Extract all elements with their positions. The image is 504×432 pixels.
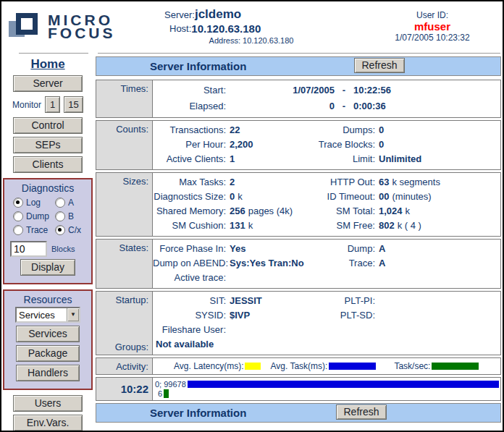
dumps-row: Dumps:0	[306, 123, 500, 137]
stat-suffix: k	[406, 204, 411, 219]
diagnostics-radio-b[interactable]: B	[55, 211, 74, 221]
page-title-bottom: Server Information	[150, 407, 246, 419]
stat-value: 63	[379, 175, 389, 190]
stat-value: A	[379, 242, 385, 256]
users-button[interactable]: Users	[13, 395, 83, 412]
sm-cushion-row: SM Cushion:131k	[153, 219, 306, 233]
server-button[interactable]: Server	[13, 75, 83, 92]
sample-line2-text: 6	[158, 389, 162, 398]
stat-label: Trace Blocks:	[306, 137, 375, 152]
refresh-button-top[interactable]: Refresh	[354, 58, 405, 73]
monitor-1-button[interactable]: 1	[45, 96, 60, 113]
start-time: 10:22:56	[353, 82, 391, 98]
handlers-button[interactable]: Handlers	[16, 365, 80, 381]
diagnostics-radio-a[interactable]: A	[55, 198, 74, 208]
envvars-button[interactable]: Env.Vars.	[13, 415, 83, 431]
stat-value: 802	[379, 219, 395, 233]
diagnostics-radio-dump[interactable]: Dump	[13, 211, 55, 221]
user-id-label: User ID:	[378, 10, 487, 20]
server-value: jcldemo	[195, 7, 241, 22]
startup-label: Startup:	[96, 295, 148, 305]
plt-sd-row: PLT-SD:	[306, 308, 500, 323]
start-dash: -	[335, 82, 353, 98]
home-link[interactable]: Home	[1, 57, 94, 72]
monitor-row: Monitor 1 15	[1, 96, 94, 113]
stat-label: Fileshare User:	[153, 323, 226, 337]
server-line: Server: jcldemo	[164, 7, 338, 22]
sample-time-label: 10:22	[96, 378, 153, 400]
monitor-label: Monitor	[12, 100, 41, 110]
latency-legend-label: Avg. Latency(ms):	[174, 361, 243, 371]
package-button[interactable]: Package	[16, 345, 80, 362]
radio-icon[interactable]	[55, 198, 65, 208]
times-section-label: Times:	[96, 80, 153, 117]
logo-text: MICRO FOCUS	[48, 14, 116, 40]
start-row: Start: 1/07/2005 - 10:22:56	[153, 82, 500, 98]
user-id-value: mfuser	[378, 20, 487, 33]
start-label: Start:	[153, 82, 226, 98]
diagnostics-radio-row-2: Dump B	[13, 211, 91, 221]
header-datetime: 1/07/2005 10:23:32	[378, 33, 487, 43]
radio-icon[interactable]	[55, 211, 65, 221]
stat-label: Active trace:	[153, 271, 226, 285]
stat-label: Active Clients:	[153, 152, 226, 166]
dump-state-row: Dump:A	[306, 242, 500, 256]
diagnostics-radio-log[interactable]: Log	[13, 198, 55, 208]
resources-select[interactable]: Services ▼	[15, 307, 80, 323]
diagnostics-radio-trace[interactable]: Trace	[13, 225, 55, 235]
task-ms-legend-label: Avg. Task(ms):	[270, 361, 327, 371]
blocks-label: Blocks	[51, 245, 75, 253]
trace-blocks-row: Trace Blocks:0	[306, 137, 500, 152]
stat-label: Transactions:	[153, 123, 226, 137]
shared-memory-row: Shared Memory:256pages (4k)	[153, 204, 306, 219]
stat-value: Unlimited	[379, 152, 421, 166]
services-button[interactable]: Services	[16, 326, 80, 342]
task-sec-bar	[164, 389, 169, 398]
stat-value: 256	[230, 204, 245, 219]
sizes-section-label: Sizes:	[96, 173, 153, 236]
clients-button[interactable]: Clients	[13, 156, 83, 173]
stat-label: SIT:	[153, 294, 226, 308]
radio-icon[interactable]	[13, 198, 23, 208]
blocks-row: Blocks	[10, 241, 91, 257]
sample-line1-text: 0; 99678	[155, 380, 186, 389]
control-button[interactable]: Control	[13, 117, 83, 134]
task-sec-legend-label: Task/sec:	[394, 361, 430, 371]
stat-value: 0	[230, 190, 235, 204]
stat-value: 1,024	[379, 204, 403, 219]
radio-label: Dump	[26, 211, 49, 221]
chevron-down-icon[interactable]: ▼	[67, 308, 79, 321]
stat-value: 0	[379, 137, 384, 152]
stat-value: 22	[230, 123, 240, 137]
monitor-15-button[interactable]: 15	[64, 96, 83, 113]
blocks-input[interactable]	[10, 241, 47, 257]
stat-label: Force Phase In:	[153, 242, 226, 256]
seps-button[interactable]: SEPs	[13, 137, 83, 153]
task-sec-legend: Task/sec:	[394, 361, 479, 371]
stat-value: 00	[379, 190, 389, 204]
stat-label: Dump on ABEND:	[153, 256, 226, 271]
micro-focus-logo-icon	[9, 12, 42, 42]
latency-legend: Avg. Latency(ms):	[174, 361, 261, 371]
radio-label: Log	[26, 198, 41, 208]
refresh-button-bottom[interactable]: Refresh	[336, 405, 387, 420]
display-button[interactable]: Display	[20, 259, 75, 276]
per-hour-row: Per Hour:2,200	[153, 137, 306, 152]
plt-pi-row: PLT-PI:	[306, 294, 500, 308]
diagnostics-radio-cx[interactable]: C/x	[55, 225, 81, 235]
bottom-title-bar: Server Information Refresh	[96, 403, 501, 423]
sm-total-row: SM Total:1,024k	[306, 204, 500, 219]
stat-label: Dump:	[306, 242, 375, 256]
sm-free-row: SM Free:802k ( 4 )	[306, 219, 500, 233]
radio-icon[interactable]	[13, 225, 23, 235]
task-ms-legend: Avg. Task(ms):	[270, 361, 376, 371]
radio-icon[interactable]	[13, 211, 23, 221]
stat-label: Per Hour:	[153, 137, 226, 152]
limit-row: Limit:Unlimited	[306, 152, 500, 166]
states-section: States: Force Phase In:Yes Dump on ABEND…	[96, 239, 501, 289]
latency-swatch-icon	[245, 363, 261, 370]
radio-icon[interactable]	[55, 225, 65, 235]
active-trace-row: Active trace:	[153, 271, 306, 285]
groups-label: Groups:	[96, 342, 148, 352]
startup-section: Startup: Groups: SIT:JESSIT SYSID:$IVP F…	[96, 291, 501, 355]
